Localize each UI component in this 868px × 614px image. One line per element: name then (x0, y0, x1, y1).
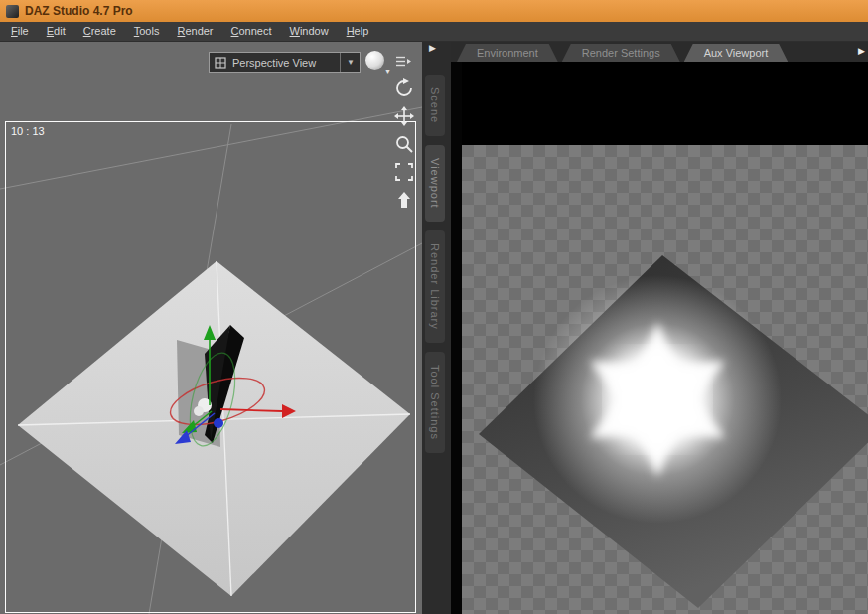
side-tab-scene[interactable]: Scene (425, 75, 445, 136)
right-dock-panel: Environment Render Settings Aux Viewport… (451, 42, 868, 614)
side-tab-viewport[interactable]: Viewport (425, 145, 445, 222)
chevron-down-icon: ▼ (340, 53, 355, 72)
menu-bar: File Edit Create Tools Render Connect Wi… (0, 22, 868, 42)
orbit-icon (394, 78, 414, 98)
tab-render-settings[interactable]: Render Settings (562, 44, 680, 62)
title-bar: DAZ Studio 4.7 Pro (0, 0, 868, 22)
frame-button[interactable] (393, 161, 415, 182)
camera-reset-button[interactable] (393, 189, 415, 210)
side-tab-list: Scene Viewport Render Library Tool Setti… (425, 75, 445, 453)
grid-icon (215, 57, 226, 69)
viewport-tool-column (393, 77, 415, 210)
collapse-arrow-icon[interactable]: ▶ (429, 43, 436, 53)
menu-item-tools[interactable]: Tools (125, 22, 169, 41)
app-icon (6, 5, 19, 18)
camera-view-label: Perspective View (232, 57, 334, 69)
tab-aux-viewport[interactable]: Aux Viewport (684, 44, 789, 62)
render-letterbox-top (451, 62, 868, 145)
viewport-canvas[interactable] (0, 42, 422, 614)
perspective-viewport-panel: 10 : 13 Perspective View ▼ ▼ (0, 42, 422, 614)
pan-button[interactable] (393, 105, 415, 126)
viewport-options-button[interactable] (395, 54, 411, 72)
camera-view-dropdown[interactable]: Perspective View ▼ (209, 52, 361, 73)
menu-item-connect[interactable]: Connect (222, 22, 281, 41)
side-tab-tool-settings[interactable]: Tool Settings (425, 352, 445, 453)
menu-item-create[interactable]: Create (74, 22, 125, 41)
camera-reset-icon (394, 190, 414, 210)
transparency-checkerboard (462, 145, 868, 614)
main-area: 10 : 13 Perspective View ▼ ▼ (0, 42, 868, 614)
app-window: DAZ Studio 4.7 Pro File Edit Create Tool… (0, 0, 868, 614)
menu-item-file[interactable]: File (2, 22, 38, 41)
side-tab-render-library[interactable]: Render Library (425, 230, 445, 343)
menu-item-help[interactable]: Help (338, 22, 378, 41)
tab-environment[interactable]: Environment (457, 44, 558, 62)
orbit-button[interactable] (393, 77, 415, 98)
menu-item-window[interactable]: Window (281, 22, 338, 41)
aux-viewport-canvas[interactable] (451, 62, 868, 614)
shaded-sphere-icon (365, 51, 384, 70)
window-title: DAZ Studio 4.7 Pro (25, 4, 133, 18)
tab-overflow-arrow-icon[interactable]: ▶ (858, 46, 865, 56)
pan-icon (394, 106, 414, 126)
side-tab-strip: ▶ Scene Viewport Render Library Tool Set… (422, 42, 451, 614)
pane-tab-bar: Environment Render Settings Aux Viewport… (451, 42, 868, 62)
render-letterbox-left (451, 62, 462, 614)
draw-style-button[interactable]: ▼ (365, 50, 392, 75)
frame-icon (394, 162, 414, 182)
zoom-icon (394, 134, 414, 154)
viewport-options-icon (395, 55, 411, 68)
zoom-button[interactable] (393, 133, 415, 154)
chevron-down-icon: ▼ (384, 68, 391, 75)
menu-item-edit[interactable]: Edit (38, 22, 74, 41)
viewport-counter: 10 : 13 (11, 125, 45, 137)
menu-item-render[interactable]: Render (168, 22, 221, 41)
